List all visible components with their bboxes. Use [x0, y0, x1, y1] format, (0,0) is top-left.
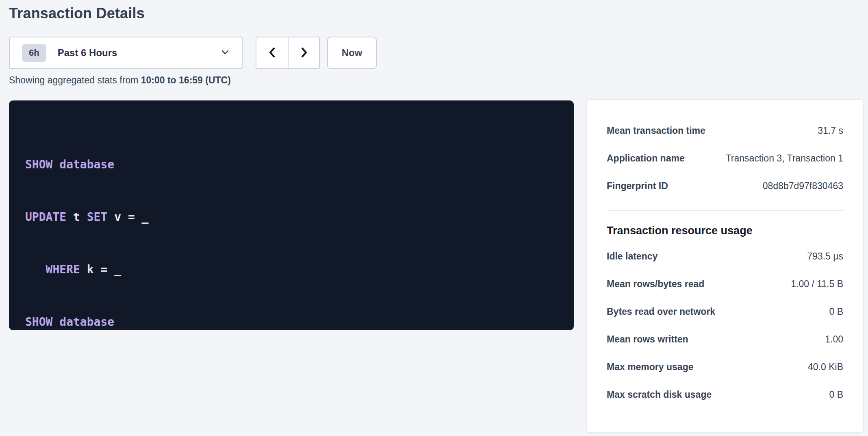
row-label: Application name: [607, 153, 693, 164]
chevron-right-icon: [298, 46, 310, 60]
row-label: Bytes read over network: [607, 306, 723, 317]
sql-token: [25, 263, 46, 276]
summary-row-bytes-read-over-network: Bytes read over network 0 B: [607, 298, 843, 325]
next-range-button[interactable]: [288, 37, 319, 68]
chevron-down-icon: [220, 47, 230, 59]
sql-token: [52, 315, 59, 329]
row-value: 0 B: [829, 389, 843, 400]
summary-row-mean-rows-written: Mean rows written 1.00: [607, 325, 843, 353]
time-range-picker[interactable]: 6h Past 6 Hours: [9, 37, 243, 69]
sql-token: WHERE: [46, 263, 80, 276]
now-button[interactable]: Now: [327, 37, 377, 69]
row-value: 0 B: [829, 306, 843, 317]
row-value: 08d8b7d97f830463: [763, 181, 843, 192]
row-value: 1.00: [825, 334, 843, 345]
sql-token: SET: [87, 210, 108, 224]
resource-usage-heading: Transaction resource usage: [607, 225, 843, 237]
summary-row-max-scratch-disk-usage: Max scratch disk usage 0 B: [607, 381, 843, 408]
sql-token: SHOW: [25, 158, 52, 171]
row-label: Mean rows/bytes read: [607, 279, 712, 290]
sql-token: SHOW: [25, 315, 52, 329]
row-value: 31.7 s: [818, 125, 843, 136]
page-title: Transaction Details: [9, 5, 145, 22]
summary-row-idle-latency: Idle latency 793.5 µs: [607, 242, 843, 270]
sql-token: database: [59, 158, 114, 171]
sql-statement-line[interactable]: WHERE k = _: [25, 261, 558, 278]
row-value: 1.00 / 11.5 B: [791, 279, 843, 290]
stats-caption: Showing aggregated stats from 10:00 to 1…: [9, 75, 231, 86]
caption-range: 10:00 to 16:59 (UTC): [141, 75, 231, 85]
summary-row-fingerprint-id: Fingerprint ID 08d8b7d97f830463: [607, 172, 843, 200]
row-label: Idle latency: [607, 251, 666, 262]
sql-statement-line[interactable]: SHOW database: [25, 313, 558, 331]
sql-statements-box: SHOW database UPDATE t SET v = _ WHERE k…: [9, 100, 574, 330]
sql-statement-line[interactable]: SHOW database: [25, 156, 558, 173]
caption-prefix: Showing aggregated stats from: [9, 75, 141, 85]
summary-row-mean-transaction-time: Mean transaction time 31.7 s: [607, 117, 843, 144]
row-label: Mean rows written: [607, 334, 697, 345]
summary-card: Mean transaction time 31.7 s Application…: [586, 99, 864, 433]
sql-token: database: [59, 315, 114, 329]
row-label: Fingerprint ID: [607, 181, 676, 192]
row-value: 40.0 KiB: [808, 362, 843, 373]
row-value: 793.5 µs: [807, 251, 843, 262]
summary-row-application-name: Application name Transaction 3, Transact…: [607, 144, 843, 172]
prev-range-button[interactable]: [256, 37, 288, 68]
card-divider: [607, 210, 843, 211]
sql-token: [52, 158, 59, 171]
time-toolbar: 6h Past 6 Hours: [9, 37, 377, 69]
sql-token: UPDATE: [25, 210, 66, 224]
row-label: Mean transaction time: [607, 125, 714, 136]
time-range-label: Past 6 Hours: [58, 47, 117, 59]
time-range-badge: 6h: [22, 44, 46, 62]
summary-row-mean-rows-bytes-read: Mean rows/bytes read 1.00 / 11.5 B: [607, 270, 843, 298]
row-label: Max memory usage: [607, 362, 701, 373]
transaction-details-page: Transaction Details 6h Past 6 Hours: [0, 0, 868, 436]
summary-row-max-memory-usage: Max memory usage 40.0 KiB: [607, 353, 843, 381]
sql-token: t: [66, 210, 87, 224]
sql-statement-line[interactable]: UPDATE t SET v = _: [25, 208, 558, 226]
time-nav-group: [256, 37, 320, 69]
row-label: Max scratch disk usage: [607, 389, 720, 400]
row-value: Transaction 3, Transaction 1: [726, 153, 843, 164]
chevron-left-icon: [267, 46, 278, 60]
sql-token: v = _: [107, 210, 148, 224]
sql-token: k = _: [80, 263, 121, 276]
